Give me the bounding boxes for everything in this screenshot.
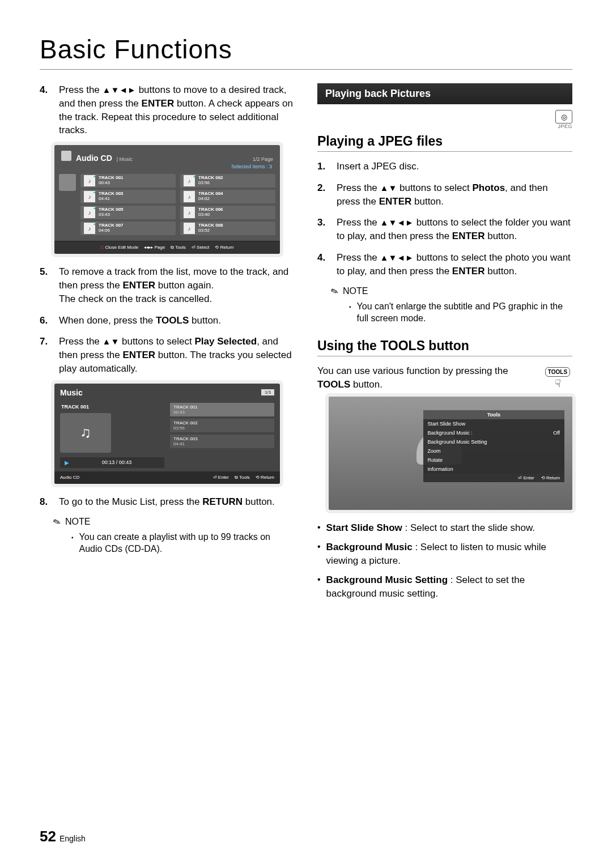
list-item: TRACK 00203:56: [170, 419, 274, 432]
list-item: TRACK 00100:43: [170, 403, 274, 416]
bullet-item: •Background Music : Select to listen to …: [317, 541, 572, 568]
play-icon: ▶: [65, 459, 69, 466]
album-art-icon: ♫: [60, 413, 111, 453]
bullet-item: •Start Slide Show : Select to start the …: [317, 521, 572, 535]
subsection-tools: Using the TOOLS button: [317, 338, 572, 354]
step-r3: 3.Press the ▲▼◄► buttons to select the f…: [317, 216, 572, 243]
disc-icon: [61, 151, 71, 161]
note-header: ✎ NOTE: [331, 286, 572, 297]
music-page: 1/3: [261, 389, 274, 395]
jpeg-badge: ◎ JPEG: [317, 110, 572, 129]
rule: [317, 356, 572, 356]
tools-screenshot: Tools Start Slide Show Background Music …: [329, 397, 572, 510]
scr-page: 1/2 Page: [253, 156, 273, 162]
music-note-icon: ♪: [84, 175, 95, 186]
step-6: 6. When done, press the TOOLS button.: [40, 314, 295, 327]
subsection-jpeg: Playing a JPEG files: [317, 134, 572, 149]
note-icon: ✎: [329, 285, 340, 297]
menu-item: Start Slide Show: [423, 419, 564, 428]
right-column: Playing back Pictures ◎ JPEG Playing a J…: [317, 83, 572, 606]
track-row: ♪TRACK 00304:41: [80, 190, 176, 203]
rule: [317, 151, 572, 152]
hand-icon: ☟: [543, 377, 572, 391]
menu-footer: ⏎ Enter ⟲ Return: [423, 474, 564, 482]
step-5: 5. To remove a track from the list, move…: [40, 265, 295, 305]
note-icon: ✎: [52, 516, 62, 528]
music-note-icon: ♪: [84, 223, 95, 234]
step-r1: 1.Insert a JPEG disc.: [317, 160, 572, 173]
scr-title: Audio CD: [76, 154, 112, 163]
track-row: ♪TRACK 00803:52: [180, 222, 275, 235]
arrows-icon: ▲▼◄►: [380, 218, 414, 227]
arrows-icon: ▲▼: [380, 183, 397, 193]
step-7: 7. Press the ▲▼ buttons to select Play S…: [40, 335, 295, 375]
tools-intro: TOOLS ☟ You can use various function by …: [317, 364, 572, 392]
scr-thumb: [59, 174, 76, 191]
tools-menu: Tools Start Slide Show Background Music …: [423, 410, 564, 482]
arrows-icon: ▲▼: [103, 337, 120, 346]
list-item: TRACK 00304:41: [170, 435, 274, 448]
track-row: ♪TRACK 00203:56: [180, 174, 275, 188]
scr-footer: C Close Edit Mode ◂◂▸▸ Page ⧉ Tools ⏎ Se…: [54, 241, 280, 254]
music-note-icon: ♪: [84, 191, 95, 202]
scr-subtitle: | Music: [117, 156, 133, 162]
music-note-icon: ♪: [184, 207, 195, 218]
track-row: ♪TRACK 00100:43: [80, 174, 176, 188]
left-column: 4. Press the ▲▼◄► buttons to move to a d…: [40, 83, 295, 606]
page-footer: 52English: [40, 828, 86, 845]
music-footer: Audio CD ⏎ Enter ⧉ Tools ⟲ Return: [54, 471, 280, 484]
menu-item: Zoom: [423, 446, 564, 456]
step-r4: 4.Press the ▲▼◄► buttons to select the p…: [317, 251, 572, 278]
track-row: ♪TRACK 00404:02: [180, 190, 275, 203]
page-title: Basic Functions: [40, 34, 572, 65]
arrows-icon: ▲▼◄►: [103, 85, 136, 95]
note-item: ▪ You can create a playlist with up to 9…: [71, 531, 295, 555]
track-row: ♪TRACK 00704:06: [80, 222, 176, 235]
menu-item: Background Music Setting: [423, 437, 564, 446]
music-note-icon: ♪: [184, 175, 195, 186]
menu-item: Background Music :Off: [423, 428, 564, 437]
music-player-screenshot: Music 1/3 TRACK 001 ♫ ▶00:13 / 00:43 TRA…: [54, 384, 280, 484]
menu-title: Tools: [423, 410, 564, 419]
music-note-icon: ♪: [184, 223, 195, 234]
music-note-icon: ♪: [184, 191, 195, 202]
current-track: TRACK 001: [61, 404, 89, 410]
music-title: Music: [60, 388, 83, 397]
audio-cd-screenshot: Audio CD | Music 1/2 Page Selected Items…: [54, 145, 280, 254]
note-header: ✎ NOTE: [53, 517, 295, 527]
time-display: ▶00:13 / 00:43: [60, 457, 164, 468]
track-row: ♪TRACK 00603:40: [180, 206, 275, 219]
track-row: ♪TRACK 00503:43: [80, 206, 176, 219]
tools-button-icon: TOOLS ☟: [543, 364, 572, 391]
step-8: 8. To go to the Music List, press the RE…: [40, 495, 295, 509]
arrows-icon: ▲▼◄►: [380, 253, 414, 262]
step-4: 4. Press the ▲▼◄► buttons to move to a d…: [40, 83, 295, 137]
bullet-item: •Background Music Setting : Select to se…: [317, 573, 572, 601]
menu-item: Rotate: [423, 456, 564, 465]
title-rule: [40, 69, 572, 70]
music-note-icon: ♪: [84, 207, 95, 218]
note-item: ▪ You can't enlarge the subtitle and PG …: [349, 300, 572, 325]
camera-icon: ◎: [555, 110, 572, 124]
scr-selected: Selected Items : 3: [54, 164, 280, 172]
section-header: Playing back Pictures: [317, 83, 572, 104]
menu-item: Information: [423, 465, 564, 474]
step-r2: 2.Press the ▲▼ buttons to select Photos,…: [317, 181, 572, 209]
